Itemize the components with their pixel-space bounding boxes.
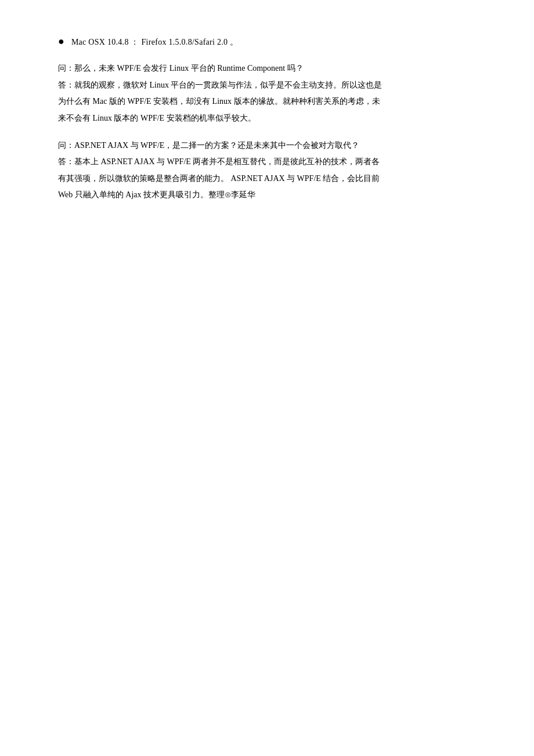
bullet-item: ● Mac OSX 10.4.8 ： Firefox 1.5.0.8/Safar… bbox=[58, 35, 476, 49]
qa-answer-2-line-1: 答：基本上 ASP.NET AJAX 与 WPF/E 两者并不是相互替代，而是彼… bbox=[58, 154, 476, 170]
qa-answer-1-line-3: 来不会有 Linux 版本的 WPF/E 安装档的机率似乎较大。 bbox=[58, 111, 476, 126]
qa-question-1: 问：那么，未来 WPF/E 会发行 Linux 平台的 Runtime Comp… bbox=[58, 61, 476, 77]
qa-answer-2-line-2: 有其强项，所以微软的策略是整合两者的能力。 ASP.NET AJAX 与 WPF… bbox=[58, 171, 476, 187]
qa-answer-1-line-2: 为什么有 Mac 版的 WPF/E 安装档，却没有 Linux 版本的缘故。就种… bbox=[58, 94, 476, 110]
bullet-dot: ● bbox=[58, 36, 64, 46]
qa-block-1: 问：那么，未来 WPF/E 会发行 Linux 平台的 Runtime Comp… bbox=[58, 61, 476, 126]
page-content: ● Mac OSX 10.4.8 ： Firefox 1.5.0.8/Safar… bbox=[0, 0, 534, 249]
qa-answer-2-line-3: Web 只融入单纯的 Ajax 技术更具吸引力。整理⊙李延华 bbox=[58, 187, 476, 203]
qa-question-2: 问：ASP.NET AJAX 与 WPF/E，是二择一的方案？还是未来其中一个会… bbox=[58, 138, 476, 154]
qa-block-2: 问：ASP.NET AJAX 与 WPF/E，是二择一的方案？还是未来其中一个会… bbox=[58, 138, 476, 203]
bullet-text: Mac OSX 10.4.8 ： Firefox 1.5.0.8/Safari … bbox=[71, 35, 239, 49]
qa-answer-1-line-1: 答：就我的观察，微软对 Linux 平台的一贯政策与作法，似乎是不会主动支持。所… bbox=[58, 78, 476, 93]
